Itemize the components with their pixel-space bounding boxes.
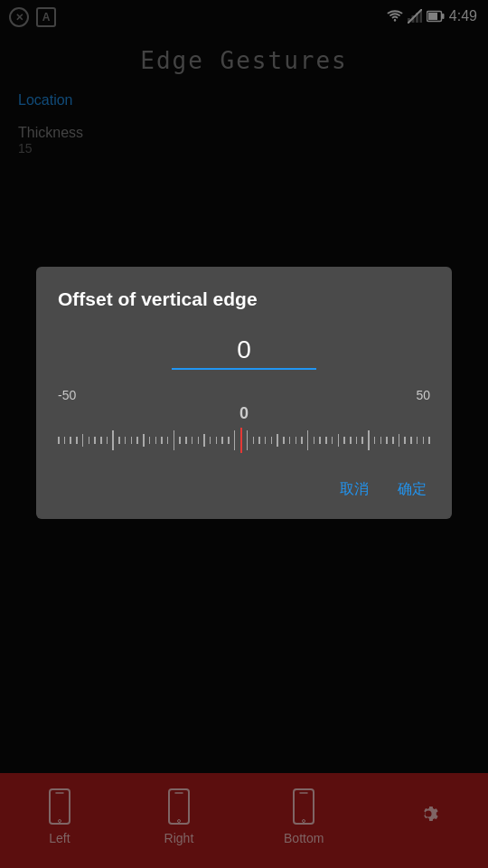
slider-min-label: -50 — [58, 388, 76, 402]
slider-center-label: 0 — [239, 404, 249, 423]
confirm-button[interactable]: 确定 — [394, 475, 430, 505]
slider-container[interactable]: -50 50 0 — [58, 388, 430, 453]
dialog-current-value: 0 — [237, 335, 251, 363]
dialog-title: Offset of vertical edge — [58, 288, 430, 310]
dialog-underline — [172, 368, 316, 370]
slider-zero-tick — [240, 428, 242, 453]
cancel-button[interactable]: 取消 — [336, 475, 372, 505]
dialog-buttons: 取消 确定 — [58, 475, 430, 505]
tick-marks — [58, 428, 430, 453]
offset-dialog: Offset of vertical edge 0 -50 50 0 — [36, 267, 452, 519]
slider-max-label: 50 — [416, 388, 430, 402]
slider-labels: -50 50 — [58, 388, 430, 402]
dialog-value-display: 0 — [58, 335, 430, 364]
